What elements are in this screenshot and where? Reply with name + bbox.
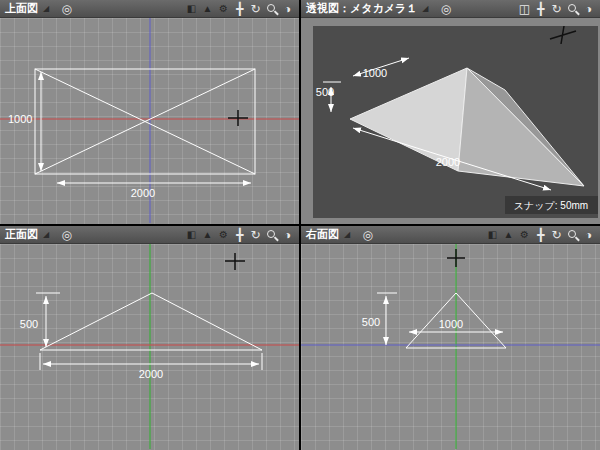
front-view-titlebar: 正面図 ◢ ◎ ◧ ▲ ⚙ ╋ ↻ ◑ bbox=[0, 226, 299, 244]
settings-gear-icon[interactable]: ⚙ bbox=[518, 226, 531, 244]
perspective-canvas[interactable]: 1000 500 2000 スナップ: 50mm bbox=[301, 18, 600, 224]
viewport-right-view: 右面図 ◢ ◎ ◧ ▲ ⚙ ╋ ↻ ◑ bbox=[301, 226, 600, 450]
dimension-width: 2000 bbox=[57, 183, 251, 199]
dim-width-label: 1000 bbox=[439, 318, 463, 330]
shading-icon[interactable]: ◑ bbox=[281, 226, 294, 244]
dim-width-label: 2000 bbox=[139, 368, 163, 380]
view-menu-triangle-icon[interactable]: ◢ bbox=[422, 4, 428, 13]
cursor-crosshair bbox=[225, 253, 245, 270]
rotate-icon[interactable]: ↻ bbox=[249, 0, 262, 18]
cube-icon[interactable]: ◫ bbox=[518, 0, 531, 18]
right-view-canvas[interactable]: 500 1000 bbox=[301, 244, 600, 450]
rotate-icon[interactable]: ↻ bbox=[550, 226, 563, 244]
viewport-front-view: 正面図 ◢ ◎ ◧ ▲ ⚙ ╋ ↻ ◑ bbox=[0, 226, 299, 450]
viewport-title: 正面図 bbox=[5, 227, 38, 242]
snap-label: スナップ: 50mm bbox=[514, 200, 588, 211]
settings-gear-icon[interactable]: ⚙ bbox=[217, 226, 230, 244]
zoom-icon[interactable] bbox=[566, 228, 579, 242]
cursor-crosshair bbox=[447, 249, 465, 267]
viewport-title: 透視図：メタカメラ１ bbox=[306, 1, 417, 16]
dim-width-label: 2000 bbox=[436, 156, 460, 168]
view-menu-triangle-icon[interactable]: ◢ bbox=[344, 230, 350, 239]
shading-icon[interactable]: ◑ bbox=[582, 226, 595, 244]
zoom-icon[interactable] bbox=[566, 2, 579, 16]
dim-height-label: 500 bbox=[316, 86, 334, 98]
settings-gear-icon[interactable]: ⚙ bbox=[217, 0, 230, 18]
camera-target-icon[interactable]: ◎ bbox=[361, 226, 374, 244]
dim-height-label: 500 bbox=[20, 318, 38, 330]
roof-front-wireframe bbox=[36, 293, 262, 370]
zoom-icon[interactable] bbox=[265, 2, 278, 16]
camera-target-icon[interactable]: ◎ bbox=[60, 0, 73, 18]
zoom-icon[interactable] bbox=[265, 228, 278, 242]
dimension-height: 500 bbox=[20, 296, 46, 347]
material-icon[interactable]: ▲ bbox=[502, 226, 515, 244]
dimension-width: 2000 bbox=[43, 364, 259, 380]
perspective-titlebar: 透視図：メタカメラ１ ◢ ◎ ◫ ╋ ↻ ◑ bbox=[301, 0, 600, 18]
shading-icon[interactable]: ◑ bbox=[281, 0, 294, 18]
camera-target-icon[interactable]: ◎ bbox=[439, 0, 452, 18]
pan-icon[interactable]: ╋ bbox=[534, 0, 547, 18]
pan-icon[interactable]: ╋ bbox=[233, 0, 246, 18]
viewport-title: 上面図 bbox=[5, 1, 38, 16]
camera-target-icon[interactable]: ◎ bbox=[60, 226, 73, 244]
dim-height-label: 500 bbox=[362, 316, 380, 328]
shading-icon[interactable]: ◑ bbox=[582, 0, 595, 18]
pan-icon[interactable]: ╋ bbox=[233, 226, 246, 244]
front-view-canvas[interactable]: 500 2000 bbox=[0, 244, 299, 450]
edit-option-icon[interactable]: ◧ bbox=[185, 226, 198, 244]
metasequoia-4view-workspace: 上面図 ◢ ◎ ◧ ▲ ⚙ ╋ ↻ ◑ bbox=[0, 0, 600, 450]
material-icon[interactable]: ▲ bbox=[201, 226, 214, 244]
dim-depth-label: 1000 bbox=[363, 67, 387, 79]
viewport-top-view: 上面図 ◢ ◎ ◧ ▲ ⚙ ╋ ↻ ◑ bbox=[0, 0, 299, 224]
rotate-icon[interactable]: ↻ bbox=[550, 0, 563, 18]
viewport-title: 右面図 bbox=[306, 227, 339, 242]
pan-icon[interactable]: ╋ bbox=[534, 226, 547, 244]
dimension-height: 500 bbox=[362, 296, 386, 345]
snap-status-badge: スナップ: 50mm bbox=[505, 196, 598, 214]
top-view-canvas[interactable]: 1000 2000 bbox=[0, 18, 299, 224]
viewport-perspective: 透視図：メタカメラ１ ◢ ◎ ◫ ╋ ↻ ◑ bbox=[301, 0, 600, 224]
roof-plan-wireframe bbox=[35, 69, 255, 174]
edit-option-icon[interactable]: ◧ bbox=[185, 0, 198, 18]
dim-height-label: 1000 bbox=[8, 113, 32, 125]
view-menu-triangle-icon[interactable]: ◢ bbox=[43, 4, 49, 13]
dim-width-label: 2000 bbox=[131, 187, 155, 199]
dimension-height: 1000 bbox=[8, 72, 41, 171]
cursor-crosshair bbox=[228, 110, 248, 126]
edit-option-icon[interactable]: ◧ bbox=[486, 226, 499, 244]
view-menu-triangle-icon[interactable]: ◢ bbox=[43, 230, 49, 239]
right-view-titlebar: 右面図 ◢ ◎ ◧ ▲ ⚙ ╋ ↻ ◑ bbox=[301, 226, 600, 244]
material-icon[interactable]: ▲ bbox=[201, 0, 214, 18]
top-view-titlebar: 上面図 ◢ ◎ ◧ ▲ ⚙ ╋ ↻ ◑ bbox=[0, 0, 299, 18]
rotate-icon[interactable]: ↻ bbox=[249, 226, 262, 244]
